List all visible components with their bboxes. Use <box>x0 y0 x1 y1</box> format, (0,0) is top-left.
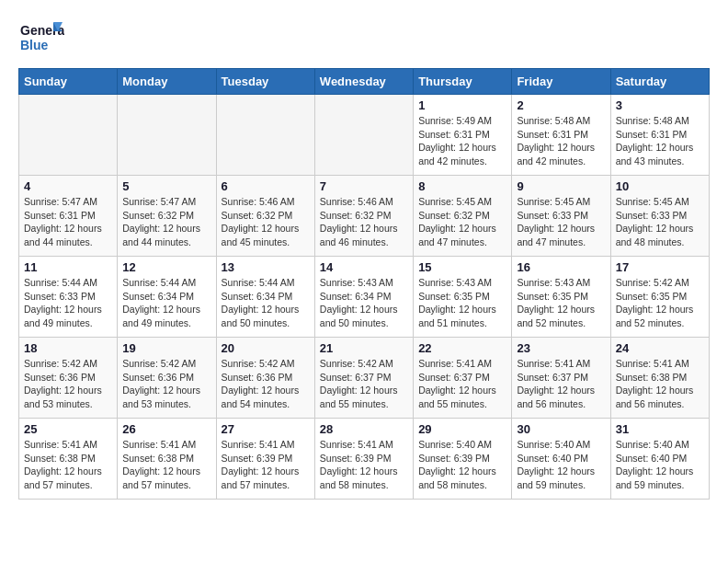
date-number: 1 <box>418 98 506 112</box>
day-header-saturday: Saturday <box>610 69 709 95</box>
cell-info: Sunrise: 5:49 AM Sunset: 6:31 PM Dayligh… <box>418 114 506 168</box>
calendar-cell: 11Sunrise: 5:44 AM Sunset: 6:33 PM Dayli… <box>19 257 118 338</box>
svg-text:Blue: Blue <box>20 38 49 52</box>
date-number: 12 <box>122 260 210 274</box>
date-number: 21 <box>320 341 408 355</box>
calendar-cell: 28Sunrise: 5:41 AM Sunset: 6:39 PM Dayli… <box>314 419 413 500</box>
calendar-cell: 21Sunrise: 5:42 AM Sunset: 6:37 PM Dayli… <box>314 338 413 419</box>
calendar-cell: 23Sunrise: 5:41 AM Sunset: 6:37 PM Dayli… <box>512 338 610 419</box>
calendar-cell: 16Sunrise: 5:43 AM Sunset: 6:35 PM Dayli… <box>512 257 610 338</box>
calendar-cell: 30Sunrise: 5:40 AM Sunset: 6:40 PM Dayli… <box>512 419 610 500</box>
date-number: 7 <box>320 179 408 193</box>
calendar-cell: 25Sunrise: 5:41 AM Sunset: 6:38 PM Dayli… <box>19 419 118 500</box>
date-number: 13 <box>222 260 310 274</box>
date-number: 19 <box>122 341 210 355</box>
calendar-cell: 6Sunrise: 5:46 AM Sunset: 6:32 PM Daylig… <box>216 176 314 257</box>
cell-info: Sunrise: 5:47 AM Sunset: 6:32 PM Dayligh… <box>122 195 210 249</box>
cell-info: Sunrise: 5:40 AM Sunset: 6:40 PM Dayligh… <box>517 438 605 492</box>
date-number: 30 <box>517 422 605 436</box>
date-number: 23 <box>517 341 605 355</box>
cell-info: Sunrise: 5:44 AM Sunset: 6:34 PM Dayligh… <box>122 276 210 330</box>
cell-info: Sunrise: 5:41 AM Sunset: 6:38 PM Dayligh… <box>24 438 112 492</box>
cell-info: Sunrise: 5:41 AM Sunset: 6:37 PM Dayligh… <box>517 357 605 411</box>
calendar-cell: 10Sunrise: 5:45 AM Sunset: 6:33 PM Dayli… <box>610 176 709 257</box>
cell-info: Sunrise: 5:42 AM Sunset: 6:36 PM Dayligh… <box>122 357 210 411</box>
calendar-cell: 17Sunrise: 5:42 AM Sunset: 6:35 PM Dayli… <box>610 257 709 338</box>
cell-info: Sunrise: 5:41 AM Sunset: 6:38 PM Dayligh… <box>616 357 704 411</box>
cell-info: Sunrise: 5:45 AM Sunset: 6:32 PM Dayligh… <box>418 195 506 249</box>
date-number: 24 <box>616 341 704 355</box>
date-number: 28 <box>320 422 408 436</box>
calendar-cell: 20Sunrise: 5:42 AM Sunset: 6:36 PM Dayli… <box>216 338 314 419</box>
cell-info: Sunrise: 5:46 AM Sunset: 6:32 PM Dayligh… <box>222 195 310 249</box>
cell-info: Sunrise: 5:47 AM Sunset: 6:31 PM Dayligh… <box>24 195 112 249</box>
calendar-cell: 3Sunrise: 5:48 AM Sunset: 6:31 PM Daylig… <box>610 95 709 176</box>
date-number: 5 <box>122 179 210 193</box>
calendar-table: SundayMondayTuesdayWednesdayThursdayFrid… <box>18 68 710 500</box>
calendar-cell: 14Sunrise: 5:43 AM Sunset: 6:34 PM Dayli… <box>314 257 413 338</box>
day-header-thursday: Thursday <box>414 69 512 95</box>
cell-info: Sunrise: 5:41 AM Sunset: 6:39 PM Dayligh… <box>320 438 408 492</box>
date-number: 17 <box>616 260 704 274</box>
date-number: 22 <box>418 341 506 355</box>
calendar-cell: 27Sunrise: 5:41 AM Sunset: 6:39 PM Dayli… <box>216 419 314 500</box>
date-number: 9 <box>517 179 605 193</box>
week-row-3: 11Sunrise: 5:44 AM Sunset: 6:33 PM Dayli… <box>19 257 710 338</box>
date-number: 8 <box>418 179 506 193</box>
header: GeneralBlue <box>18 18 710 59</box>
date-number: 16 <box>517 260 605 274</box>
day-header-sunday: Sunday <box>19 69 118 95</box>
calendar-cell: 31Sunrise: 5:40 AM Sunset: 6:40 PM Dayli… <box>610 419 709 500</box>
calendar-cell: 5Sunrise: 5:47 AM Sunset: 6:32 PM Daylig… <box>118 176 216 257</box>
date-number: 26 <box>122 422 210 436</box>
day-header-friday: Friday <box>512 69 610 95</box>
cell-info: Sunrise: 5:48 AM Sunset: 6:31 PM Dayligh… <box>517 114 605 168</box>
cell-info: Sunrise: 5:42 AM Sunset: 6:35 PM Dayligh… <box>616 276 704 330</box>
date-number: 27 <box>222 422 310 436</box>
calendar-cell: 9Sunrise: 5:45 AM Sunset: 6:33 PM Daylig… <box>512 176 610 257</box>
calendar-cell <box>314 95 413 176</box>
cell-info: Sunrise: 5:43 AM Sunset: 6:34 PM Dayligh… <box>320 276 408 330</box>
date-number: 4 <box>24 179 112 193</box>
cell-info: Sunrise: 5:43 AM Sunset: 6:35 PM Dayligh… <box>418 276 506 330</box>
cell-info: Sunrise: 5:42 AM Sunset: 6:36 PM Dayligh… <box>222 357 310 411</box>
cell-info: Sunrise: 5:43 AM Sunset: 6:35 PM Dayligh… <box>517 276 605 330</box>
cell-info: Sunrise: 5:41 AM Sunset: 6:39 PM Dayligh… <box>222 438 310 492</box>
calendar-cell <box>118 95 216 176</box>
cell-info: Sunrise: 5:40 AM Sunset: 6:40 PM Dayligh… <box>616 438 704 492</box>
day-header-wednesday: Wednesday <box>314 69 413 95</box>
day-header-tuesday: Tuesday <box>216 69 314 95</box>
calendar-cell: 13Sunrise: 5:44 AM Sunset: 6:34 PM Dayli… <box>216 257 314 338</box>
cell-info: Sunrise: 5:44 AM Sunset: 6:34 PM Dayligh… <box>222 276 310 330</box>
cell-info: Sunrise: 5:42 AM Sunset: 6:36 PM Dayligh… <box>24 357 112 411</box>
date-number: 11 <box>24 260 112 274</box>
date-number: 15 <box>418 260 506 274</box>
logo: GeneralBlue <box>18 18 64 59</box>
week-row-1: 1Sunrise: 5:49 AM Sunset: 6:31 PM Daylig… <box>19 95 710 176</box>
calendar-cell: 22Sunrise: 5:41 AM Sunset: 6:37 PM Dayli… <box>414 338 512 419</box>
calendar-cell <box>216 95 314 176</box>
calendar-cell: 7Sunrise: 5:46 AM Sunset: 6:32 PM Daylig… <box>314 176 413 257</box>
date-number: 2 <box>517 98 605 112</box>
date-number: 10 <box>616 179 704 193</box>
calendar-cell: 18Sunrise: 5:42 AM Sunset: 6:36 PM Dayli… <box>19 338 118 419</box>
calendar-cell <box>19 95 118 176</box>
cell-info: Sunrise: 5:41 AM Sunset: 6:37 PM Dayligh… <box>418 357 506 411</box>
calendar-cell: 29Sunrise: 5:40 AM Sunset: 6:39 PM Dayli… <box>414 419 512 500</box>
date-number: 3 <box>616 98 704 112</box>
week-row-2: 4Sunrise: 5:47 AM Sunset: 6:31 PM Daylig… <box>19 176 710 257</box>
date-number: 20 <box>222 341 310 355</box>
week-row-4: 18Sunrise: 5:42 AM Sunset: 6:36 PM Dayli… <box>19 338 710 419</box>
header-row: SundayMondayTuesdayWednesdayThursdayFrid… <box>19 69 710 95</box>
cell-info: Sunrise: 5:40 AM Sunset: 6:39 PM Dayligh… <box>418 438 506 492</box>
day-header-monday: Monday <box>118 69 216 95</box>
date-number: 6 <box>222 179 310 193</box>
calendar-cell: 2Sunrise: 5:48 AM Sunset: 6:31 PM Daylig… <box>512 95 610 176</box>
date-number: 29 <box>418 422 506 436</box>
date-number: 18 <box>24 341 112 355</box>
logo-svg: GeneralBlue <box>18 18 64 59</box>
cell-info: Sunrise: 5:46 AM Sunset: 6:32 PM Dayligh… <box>320 195 408 249</box>
week-row-5: 25Sunrise: 5:41 AM Sunset: 6:38 PM Dayli… <box>19 419 710 500</box>
date-number: 31 <box>616 422 704 436</box>
calendar-cell: 15Sunrise: 5:43 AM Sunset: 6:35 PM Dayli… <box>414 257 512 338</box>
